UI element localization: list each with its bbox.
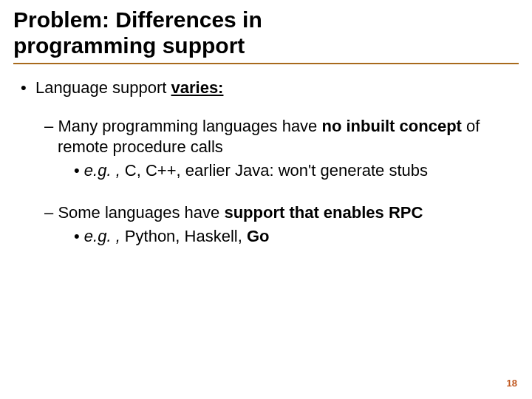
eg-label-2: e.g. ,: [84, 227, 120, 245]
sub1-bold: no inbuilt concept: [321, 117, 461, 135]
title-line-2: programming support: [13, 33, 245, 58]
sub-bullet-1: – Many programming languages have no inb…: [27, 116, 519, 157]
dash-icon: –: [44, 203, 53, 222]
sub2-prefix: Some languages have: [58, 203, 224, 222]
sub-bullet-group-1: – Many programming languages have no inb…: [13, 116, 519, 181]
sub-sub-bullet-1: • e.g. , C, C++, earlier Java: won't gen…: [25, 160, 519, 181]
eg-label-1: e.g. ,: [84, 161, 120, 180]
slide-title: Problem: Differences in programming supp…: [13, 7, 519, 64]
bullet1-text: Language support varies:: [35, 78, 223, 97]
bullet-dot-icon: •: [74, 227, 80, 245]
slide-content: •Language support varies: – Many program…: [13, 78, 519, 247]
sub1-prefix: Many programming languages have: [58, 117, 321, 135]
eg-bold-2: Go: [247, 227, 270, 245]
bullet-dot-icon: •: [74, 161, 80, 180]
dash-icon: –: [44, 117, 53, 135]
bullet-level1: •Language support varies:: [13, 78, 519, 98]
bullet1-prefix: Language support: [35, 78, 171, 97]
sub2-bold: support that enables RPC: [224, 203, 423, 222]
eg-text-2: Python, Haskell,: [120, 227, 247, 245]
title-line-1: Problem: Differences in: [13, 7, 262, 32]
sub-bullet-group-2: – Some languages have support that enabl…: [13, 202, 519, 247]
page-number: 18: [507, 378, 517, 389]
bullet-dot-icon: •: [21, 78, 35, 98]
sub-sub-bullet-2: • e.g. , Python, Haskell, Go: [25, 226, 519, 247]
eg-text-1: C, C++, earlier Java: won't generate stu…: [120, 161, 428, 180]
sub-bullet-2: – Some languages have support that enabl…: [27, 202, 519, 223]
bullet1-emphasis: varies:: [171, 78, 224, 97]
